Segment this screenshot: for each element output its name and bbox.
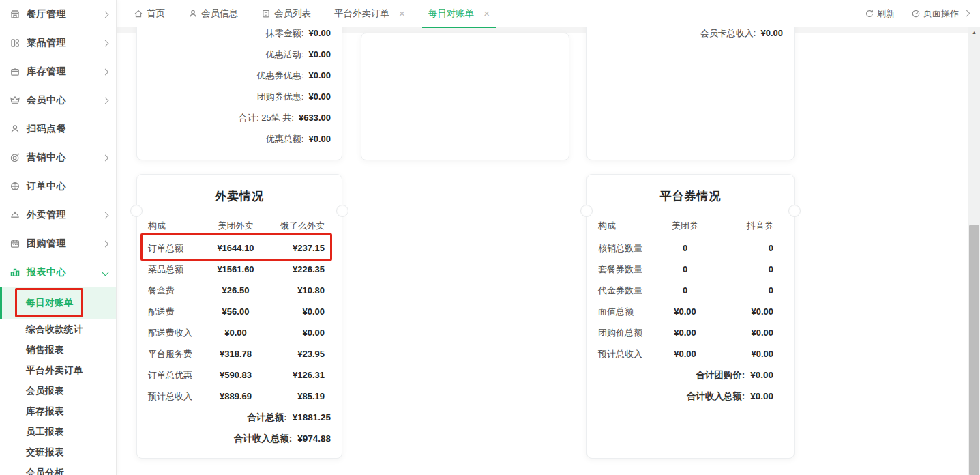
scan-order-icon	[10, 124, 20, 134]
submenu-item-member-analysis[interactable]: 会员分析	[0, 463, 116, 475]
row-value-meituan-coupon: 0	[655, 285, 715, 296]
row-label: 餐盒费	[148, 285, 205, 297]
tab-member-list[interactable]: 会员列表	[250, 0, 323, 27]
close-icon[interactable]: ×	[399, 8, 405, 18]
member-summary-card: 会员卡总收入: ¥0.00	[586, 27, 795, 160]
row-label: 核销总数量	[598, 242, 655, 255]
sidebar-item-takeout[interactable]: 外卖管理	[0, 201, 116, 229]
sidebar-item-label: 营销中心	[27, 152, 103, 164]
sidebar-item-marketing[interactable]: 营销中心	[0, 143, 116, 172]
tab-member-info[interactable]: 会员信息	[177, 0, 250, 27]
table-row: 订单总额 ¥1644.10 ¥237.15	[137, 238, 342, 259]
home-icon	[134, 9, 143, 18]
crown-icon	[10, 95, 20, 106]
page-operations-button[interactable]: 页面操作	[911, 8, 969, 20]
ticket-notch-right	[788, 205, 801, 217]
sidebar-item-report-center[interactable]: 报表中心	[0, 258, 116, 287]
sidebar: 餐厅管理 菜品管理 库存管理	[0, 0, 117, 475]
total-label: 合计收入总额:	[687, 390, 745, 403]
tab-label: 首页	[147, 8, 165, 20]
row-value-meituan-coupon: ¥0.00	[655, 306, 715, 317]
coupon-total-income: 合计收入总额: ¥0.00	[587, 386, 794, 407]
submenu-item-inventory-report[interactable]: 库存报表	[0, 401, 116, 422]
restaurant-icon	[10, 9, 20, 20]
refresh-button[interactable]: 刷新	[865, 8, 895, 20]
total-value: ¥974.88	[297, 433, 331, 444]
summary-row-value: ¥0.00	[308, 91, 331, 102]
row-label: 面值总额	[598, 306, 655, 318]
submenu-item-staff-report[interactable]: 员工报表	[0, 422, 116, 442]
sidebar-item-inventory[interactable]: 库存管理	[0, 57, 116, 86]
dishes-icon	[10, 38, 20, 48]
sidebar-item-member-center[interactable]: 会员中心	[0, 86, 116, 115]
sidebar-item-label: 扫码点餐	[27, 123, 103, 135]
tab-home[interactable]: 首页	[122, 0, 177, 27]
tab-daily-statement[interactable]: 每日对账单 ×	[417, 0, 501, 27]
row-value-douyin-coupon: 0	[715, 264, 773, 274]
scrollbar-thumb[interactable]	[969, 225, 979, 475]
summary-row: 优惠券优惠: ¥0.00	[137, 65, 342, 86]
table-row: 预计总收入 ¥889.69 ¥85.19	[137, 386, 342, 407]
row-label: 订单总优惠	[148, 369, 205, 382]
sidebar-item-groupbuy[interactable]: 团购管理	[0, 229, 116, 258]
row-value-douyin-coupon: ¥0.00	[715, 306, 773, 317]
takeout-table-body: 订单总额 ¥1644.10 ¥237.15 菜品总额 ¥1561.60 ¥226…	[137, 238, 342, 407]
submenu-item-payment-stats[interactable]: 综合收款统计	[0, 319, 116, 340]
submenu-item-sales-report[interactable]: 销售报表	[0, 340, 116, 360]
close-icon[interactable]: ×	[484, 8, 490, 18]
summary-row-value: ¥633.00	[299, 113, 331, 123]
sidebar-item-scan-order[interactable]: 扫码点餐	[0, 115, 116, 143]
tab-platform-takeout-orders[interactable]: 平台外卖订单 ×	[323, 0, 417, 27]
row-label: 预计总收入	[598, 348, 655, 360]
summary-row-value: ¥0.00	[308, 28, 331, 38]
row-value-meituan: ¥26.50	[205, 285, 266, 296]
summary-row-value: ¥0.00	[308, 49, 331, 59]
table-row: 套餐券数量 0 0	[587, 259, 794, 280]
chevron-right-icon	[964, 10, 970, 17]
takeout-total-income: 合计收入总额: ¥974.88	[137, 428, 342, 449]
submenu-item-shift-report[interactable]: 交班报表	[0, 442, 116, 463]
chevron-right-icon	[102, 97, 109, 104]
sidebar-item-label: 餐厅管理	[27, 8, 103, 20]
refresh-icon	[865, 9, 874, 18]
marketing-icon	[10, 152, 20, 163]
row-label: 菜品总额	[148, 263, 205, 276]
sidebar-item-order-center[interactable]: 订单中心	[0, 172, 116, 201]
submenu-item-member-report[interactable]: 会员报表	[0, 381, 116, 401]
submenu-item-platform-takeout-orders[interactable]: 平台外卖订单	[0, 360, 116, 381]
chevron-right-icon	[102, 68, 109, 75]
scrollbar-up-arrow[interactable]: ▲	[968, 27, 980, 38]
sidebar-item-restaurant[interactable]: 餐厅管理	[0, 0, 116, 29]
ticket-notch-right	[336, 205, 348, 217]
sidebar-item-dishes[interactable]: 菜品管理	[0, 29, 116, 57]
row-value-meituan-coupon: 0	[655, 264, 715, 274]
card-title: 平台券情况	[587, 188, 794, 204]
row-value-eleme: ¥126.31	[266, 370, 325, 380]
row-value-meituan: ¥889.69	[205, 391, 266, 401]
report-center-icon	[10, 267, 20, 278]
row-value-douyin-coupon: ¥0.00	[715, 328, 773, 338]
summary-row: 团购券优惠: ¥0.00	[137, 86, 342, 107]
chevron-right-icon	[102, 154, 109, 161]
refresh-label: 刷新	[877, 8, 895, 20]
tab-label: 每日对账单	[428, 8, 475, 20]
chevron-right-icon	[102, 212, 109, 218]
takeout-icon	[10, 210, 20, 220]
submenu-item-daily-statement[interactable]: 每日对账单	[0, 287, 116, 319]
table-row: 平台服务费 ¥318.78 ¥23.95	[137, 343, 342, 364]
takeout-table: 构成 美团外卖 饿了么外卖 订单总额 ¥1644.10 ¥237.15 菜品总额…	[137, 218, 342, 449]
chevron-right-icon	[102, 240, 109, 247]
summary-row-label: 优惠活动:	[266, 48, 304, 61]
summary-row: 会员卡总收入: ¥0.00	[587, 27, 794, 44]
row-value-douyin-coupon: ¥0.00	[715, 349, 773, 359]
row-label: 配送费	[148, 306, 205, 318]
sidebar-submenu: 每日对账单 综合收款统计 销售报表 平台外卖订单 会员报表 库存报表 员工报表 …	[0, 287, 116, 475]
chevron-down-icon	[102, 269, 109, 276]
member-summary-rows: 会员卡总收入: ¥0.00	[587, 27, 794, 44]
coupon-table: 构成 美团券 抖音券 核销总数量 0 0 套餐券数量 0 0	[587, 218, 794, 407]
row-value-meituan-coupon: ¥0.00	[655, 328, 715, 338]
table-row: 餐盒费 ¥26.50 ¥10.80	[137, 280, 342, 301]
summary-row-label: 抹零金额:	[266, 27, 304, 40]
table-row: 配送费 ¥56.00 ¥0.00	[137, 301, 342, 322]
row-value-eleme: ¥23.95	[266, 349, 325, 359]
